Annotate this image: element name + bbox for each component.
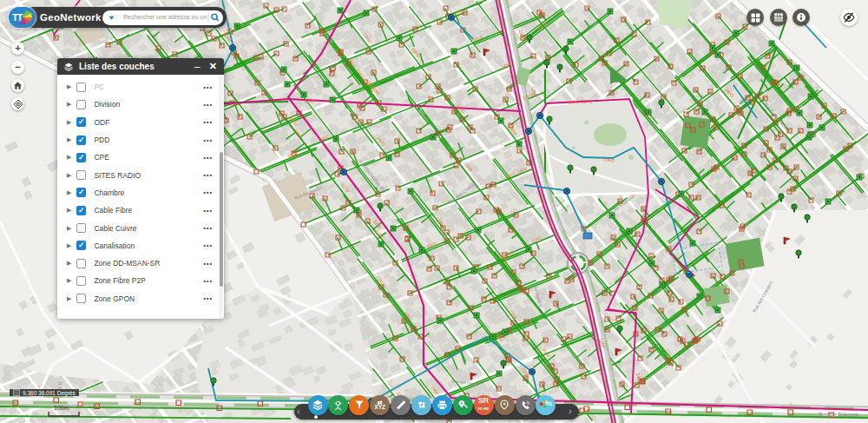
svg-text:TT: TT xyxy=(12,12,23,23)
